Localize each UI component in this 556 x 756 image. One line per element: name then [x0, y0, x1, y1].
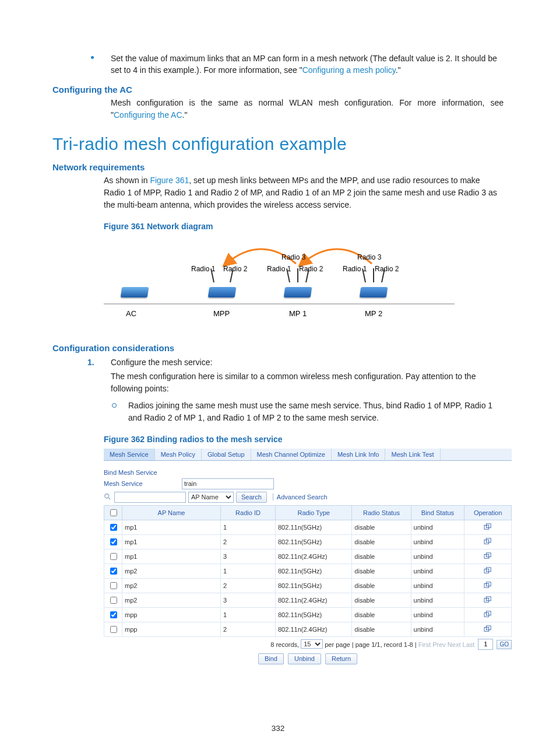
table-row: mpp2802.11n(2.4GHz)disableunbind: [104, 622, 512, 636]
node-label-mp2: MP 2: [365, 309, 382, 318]
cell-radio-type: 802.11n(2.4GHz): [276, 549, 352, 564]
mesh-service-row: Mesh Service: [104, 478, 512, 489]
cell-bind-status: unbind: [411, 564, 464, 578]
row-checkbox[interactable]: [110, 611, 117, 618]
cell-ap-name: mp2: [122, 593, 221, 607]
advanced-search-link[interactable]: Advanced Search: [273, 494, 328, 501]
cell-radio-type: 802.11n(5GHz): [276, 578, 352, 593]
svg-rect-12: [484, 598, 489, 602]
row-checkbox[interactable]: [110, 524, 117, 531]
text-post: .": [182, 110, 188, 120]
tab-mesh-service[interactable]: Mesh Service: [104, 449, 155, 460]
sub-bullet-1: Radios joining the same mesh must use th…: [112, 400, 504, 424]
heading-tri-radio: Tri-radio mesh configuration example: [52, 134, 504, 154]
row-checkbox[interactable]: [110, 538, 117, 545]
cell-radio-status: disable: [352, 593, 411, 607]
cell-radio-type: 802.11n(5GHz): [276, 607, 352, 622]
step-number: 1.: [87, 358, 98, 367]
row-checkbox[interactable]: [110, 597, 117, 604]
label-mp1-r2: Radio 2: [299, 265, 323, 273]
col-radio-type: Radio Type: [276, 505, 352, 520]
cell-radio-id: 2: [221, 578, 276, 593]
unbind-button[interactable]: Unbind: [288, 653, 321, 664]
row-checkbox[interactable]: [110, 553, 117, 560]
filter-input[interactable]: [114, 492, 186, 503]
bind-mesh-service-title: Bind Mesh Service: [104, 469, 512, 476]
row-checkbox[interactable]: [110, 626, 117, 633]
cell-radio-id: 1: [221, 564, 276, 578]
table-row: mpp1802.11n(5GHz)disableunbind: [104, 607, 512, 622]
table-row: mp22802.11n(5GHz)disableunbind: [104, 578, 512, 593]
pager-first[interactable]: First: [418, 640, 431, 648]
search-button[interactable]: Search: [236, 492, 267, 503]
operation-icon[interactable]: [464, 607, 512, 622]
bullet-dot-icon: [91, 56, 94, 59]
operation-icon[interactable]: [464, 520, 512, 534]
pager-prev[interactable]: Prev: [432, 640, 446, 648]
table-row: mp21802.11n(5GHz)disableunbind: [104, 564, 512, 578]
cell-radio-status: disable: [352, 578, 411, 593]
svg-rect-2: [484, 525, 489, 529]
svg-line-1: [108, 498, 111, 500]
cell-radio-status: disable: [352, 549, 411, 564]
operation-icon[interactable]: [464, 564, 512, 578]
link-mesh-policy[interactable]: Configuring a mesh policy: [302, 65, 396, 75]
label-mp1-r3: Radio 3: [281, 253, 305, 261]
link-figure-361[interactable]: Figure 361: [150, 176, 189, 185]
cell-radio-id: 3: [221, 549, 276, 564]
page-number-input[interactable]: [478, 639, 493, 650]
operation-icon[interactable]: [464, 578, 512, 593]
pager-last[interactable]: Last: [463, 640, 475, 648]
svg-point-0: [105, 494, 109, 498]
row-checkbox[interactable]: [110, 582, 117, 589]
pager-mid: per page | page 1/1, record 1-8 |: [325, 640, 416, 648]
label-mpp-r2: Radio 2: [223, 265, 247, 273]
tab-mesh-policy[interactable]: Mesh Policy: [155, 449, 202, 460]
pager-next[interactable]: Next: [448, 640, 461, 648]
tab-mesh-channel-optimize[interactable]: Mesh Channel Optimize: [251, 449, 332, 460]
tab-mesh-link-test[interactable]: Mesh Link Test: [385, 449, 440, 460]
cell-ap-name: mp2: [122, 578, 221, 593]
cell-bind-status: unbind: [411, 593, 464, 607]
select-all-checkbox[interactable]: [110, 509, 117, 516]
operation-icon[interactable]: [464, 593, 512, 607]
svg-rect-8: [484, 569, 489, 573]
network-diagram: Radio 1 Radio 2 Radio 3 Radio 1 Radio 2 …: [104, 236, 455, 327]
cell-radio-id: 1: [221, 520, 276, 534]
diagram-arrows-icon: [104, 236, 455, 327]
cell-ap-name: mp1: [122, 520, 221, 534]
cell-radio-id: 2: [221, 622, 276, 636]
per-page-select[interactable]: 15: [301, 639, 323, 649]
action-buttons: Bind Unbind Return: [104, 653, 512, 664]
bind-button[interactable]: Bind: [258, 653, 284, 664]
operation-icon[interactable]: [464, 534, 512, 549]
return-button[interactable]: Return: [325, 653, 357, 664]
diagram-ground-line-icon: [104, 303, 455, 304]
bullet-item: Set the value of maximum links that an M…: [91, 52, 504, 76]
go-button[interactable]: GO: [497, 640, 512, 649]
operation-icon[interactable]: [464, 622, 512, 636]
step-1: 1. Configure the mesh service:: [87, 358, 504, 367]
tab-mesh-link-info[interactable]: Mesh Link Info: [332, 449, 386, 460]
cell-radio-type: 802.11n(5GHz): [276, 520, 352, 534]
filter-field-select[interactable]: AP Name: [188, 492, 234, 503]
figure-361-caption: Figure 361 Network diagram: [104, 222, 504, 231]
row-checkbox[interactable]: [110, 568, 117, 575]
cell-bind-status: unbind: [411, 578, 464, 593]
paragraph-config-ac: Mesh configuration is the same as normal…: [111, 97, 504, 121]
cell-radio-status: disable: [352, 607, 411, 622]
link-configuring-ac[interactable]: Configuring the AC: [114, 110, 182, 120]
search-icon: [104, 493, 112, 501]
svg-rect-6: [484, 554, 489, 558]
cell-radio-id: 3: [221, 593, 276, 607]
mesh-service-input[interactable]: [182, 478, 274, 489]
node-mp1: [284, 282, 311, 304]
label-mp2-r2: Radio 2: [375, 265, 399, 273]
operation-icon[interactable]: [464, 549, 512, 564]
mesh-ui-screenshot: Mesh ServiceMesh PolicyGlobal SetupMesh …: [104, 449, 512, 664]
step-note: The mesh configuration here is similar t…: [111, 370, 504, 395]
cell-radio-status: disable: [352, 534, 411, 549]
radio-table: AP NameRadio IDRadio TypeRadio StatusBin…: [104, 505, 512, 637]
node-label-ac: AC: [126, 309, 136, 318]
tab-global-setup[interactable]: Global Setup: [202, 449, 251, 460]
